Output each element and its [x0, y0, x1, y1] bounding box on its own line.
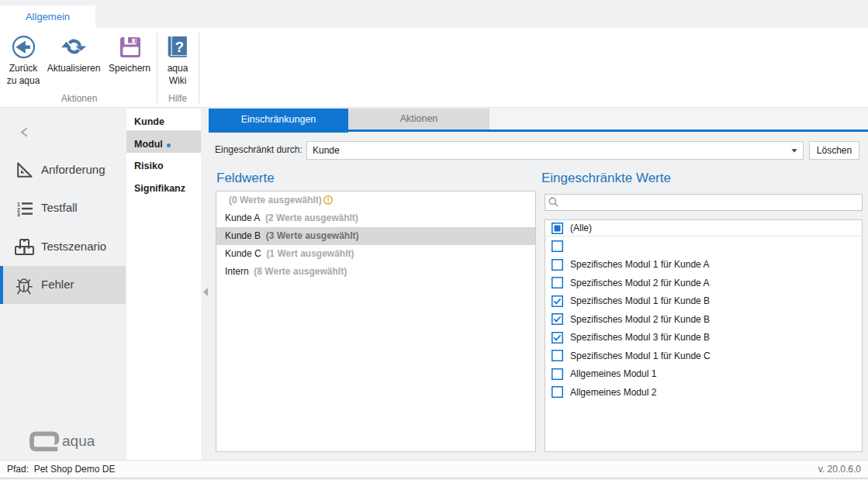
svg-text:?: ?: [175, 39, 184, 55]
svg-text:3: 3: [17, 212, 20, 216]
